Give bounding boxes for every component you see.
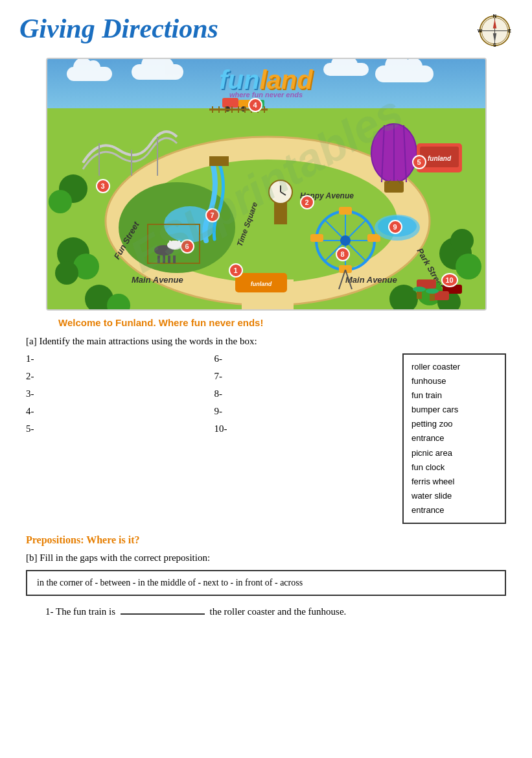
svg-point-94: [413, 287, 426, 292]
map-number-6: 6: [180, 239, 194, 254]
word-box: roller coaster funhouse fun train bumper…: [402, 353, 506, 524]
prepositions-heading: Prepositions: Where is it?: [26, 534, 506, 546]
prepositions-box: in the corner of - between - in the midd…: [26, 570, 506, 596]
fun-text: fun: [219, 65, 259, 94]
sentence-prefix: 1- The fun train is: [45, 606, 115, 617]
map-number-10: 10: [441, 273, 458, 287]
list-item: 10-: [214, 423, 390, 434]
subtitle-text: where fun never ends: [219, 91, 312, 99]
number-list-right: 6- 7- 8- 9- 10-: [214, 353, 390, 524]
word-box-item: water slide: [411, 489, 497, 503]
list-item: 8-: [214, 388, 390, 399]
svg-point-19: [49, 190, 72, 213]
map-number-2: 2: [300, 195, 314, 209]
list-item: 7-: [214, 371, 390, 382]
svg-text:E: E: [508, 28, 511, 34]
list-item: 3-: [26, 388, 202, 399]
map-number-5: 5: [412, 155, 426, 169]
svg-point-17: [55, 261, 78, 285]
svg-point-96: [426, 289, 439, 294]
svg-rect-66: [157, 255, 160, 263]
section-a: [a] Identify the main attractions using …: [26, 336, 506, 617]
sentence-1: 1- The fun train is the roller coaster a…: [45, 606, 506, 617]
word-box-item: entrance: [411, 431, 497, 445]
svg-rect-67: [163, 255, 165, 263]
word-box-item: funhouse: [411, 374, 497, 388]
list-item: 9-: [214, 406, 390, 417]
svg-rect-73: [175, 241, 177, 247]
svg-text:funland: funland: [250, 281, 272, 287]
svg-rect-43: [367, 234, 380, 242]
sentence-suffix: the roller coaster and the funhouse.: [210, 606, 347, 617]
svg-rect-44: [339, 265, 352, 273]
map-number-7: 7: [205, 208, 220, 222]
land-text: land: [259, 65, 312, 94]
funland-title-banner: funland where fun never ends: [219, 65, 312, 99]
list-item: 5-: [26, 423, 202, 434]
svg-text:W: W: [478, 28, 482, 34]
word-box-item: entrance: [411, 503, 497, 517]
svg-rect-53: [384, 181, 404, 193]
compass-icon: N S E W: [477, 13, 513, 49]
map-number-1: 1: [229, 263, 243, 278]
prep-list-text: in the corner of - between - in the midd…: [37, 578, 303, 587]
svg-rect-68: [168, 255, 170, 263]
word-box-item: roller coaster: [411, 360, 497, 374]
section-b-label: [b] Fill in the gaps with the correct pr…: [26, 552, 506, 563]
answer-blank[interactable]: [121, 613, 205, 615]
number-list-left: 1- 2- 3- 4- 5-: [26, 353, 202, 524]
map-number-3: 3: [96, 179, 110, 193]
svg-rect-72: [172, 241, 174, 247]
svg-text:N: N: [493, 13, 496, 19]
word-box-item: bumper cars: [411, 403, 497, 417]
svg-rect-69: [173, 255, 176, 263]
svg-text:funland: funland: [427, 155, 451, 162]
page-title: Giving Directions: [19, 13, 218, 44]
svg-rect-75: [222, 98, 238, 108]
word-box-item: ferris wheel: [411, 475, 497, 489]
list-item: 1-: [26, 353, 202, 364]
word-box-item: petting zoo: [411, 417, 497, 431]
svg-rect-31: [209, 156, 229, 166]
list-item: 6-: [214, 353, 390, 364]
svg-point-21: [456, 254, 481, 279]
svg-point-41: [340, 235, 351, 246]
main-avenue-right-label: Main Avenue: [345, 275, 397, 285]
page-header: Giving Directions N S E W: [19, 13, 513, 49]
svg-rect-45: [310, 234, 323, 242]
funland-map: funland where fun never ends Fun Street …: [46, 58, 487, 311]
word-box-item: picnic area: [411, 446, 497, 460]
exercise-row: 1- 2- 3- 4- 5- 6- 7- 8- 9- 10- roller co…: [26, 353, 506, 524]
main-avenue-left-label: Main Avenue: [132, 275, 183, 285]
word-box-item: fun clock: [411, 460, 497, 475]
svg-rect-71: [169, 241, 171, 247]
svg-text:S: S: [493, 42, 496, 48]
svg-rect-42: [339, 207, 352, 215]
welcome-text: Welcome to Funland. Where fun never ends…: [58, 317, 513, 328]
word-box-item: fun train: [411, 388, 497, 403]
map-number-9: 9: [388, 220, 402, 234]
list-item: 2-: [26, 371, 202, 382]
map-number-4: 4: [248, 98, 262, 112]
map-number-8: 8: [336, 247, 350, 261]
section-a-label: [a] Identify the main attractions using …: [26, 336, 506, 347]
svg-point-22: [450, 229, 474, 252]
list-item: 4-: [26, 406, 202, 417]
